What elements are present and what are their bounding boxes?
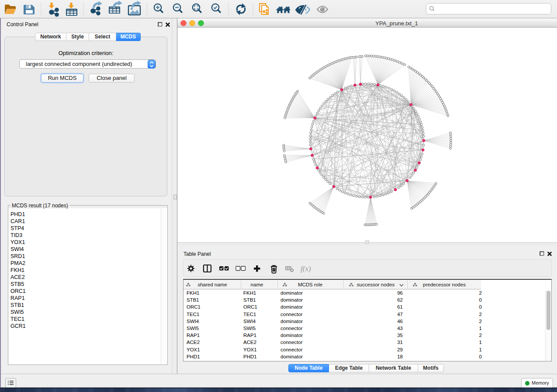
svg-text:f(x): f(x): [301, 265, 311, 273]
